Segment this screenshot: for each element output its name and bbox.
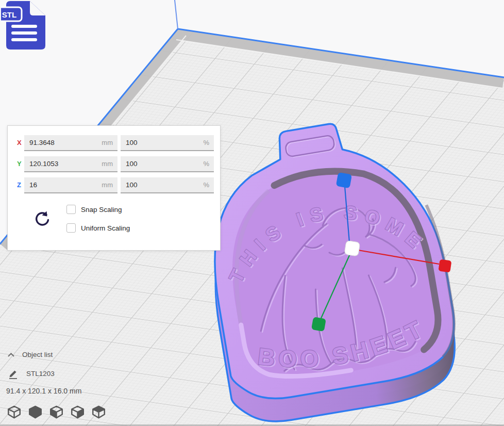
view-right-icon[interactable] xyxy=(92,405,106,419)
z-percent-field[interactable]: % xyxy=(121,177,214,193)
scale-row-y: Y mm % xyxy=(8,156,220,172)
doc-line-3 xyxy=(11,38,37,41)
chevron-up-icon xyxy=(7,352,15,357)
y-percent-field[interactable]: % xyxy=(121,156,214,172)
view-front-icon[interactable] xyxy=(28,405,42,419)
y-mm-unit: mm xyxy=(102,160,117,168)
pencil-edit-icon xyxy=(8,368,18,379)
z-mm-unit: mm xyxy=(102,181,117,189)
object-list-title: Object list xyxy=(22,351,53,358)
gizmo-z-handle[interactable] xyxy=(336,172,352,188)
y-percent-input[interactable] xyxy=(121,160,203,168)
build-volume-vertical-edge xyxy=(175,0,178,29)
x-mm-unit: mm xyxy=(102,139,117,146)
doc-line-1 xyxy=(11,25,37,28)
y-mm-field[interactable]: mm xyxy=(24,156,117,172)
z-percent-input[interactable] xyxy=(121,181,203,189)
z-axis-label: Z xyxy=(17,181,21,189)
gizmo-y-handle[interactable] xyxy=(311,317,326,332)
view-left-icon[interactable] xyxy=(71,405,85,419)
scale-row-x: X mm % xyxy=(8,135,220,151)
y-mm-input[interactable] xyxy=(24,160,102,168)
snap-scaling-label: Snap Scaling xyxy=(81,206,122,214)
x-percent-unit: % xyxy=(203,139,214,146)
object-list-item[interactable]: STL1203 xyxy=(8,368,55,379)
scale-row-z: Z mm % xyxy=(8,177,220,193)
scale-tool-panel: X mm % Y mm % Z mm xyxy=(7,125,221,251)
z-percent-unit: % xyxy=(203,181,214,189)
x-axis-label: X xyxy=(17,139,22,146)
camera-view-buttons xyxy=(7,405,106,419)
doc-line-2 xyxy=(11,31,37,35)
z-mm-field[interactable]: mm xyxy=(24,177,117,193)
gizmo-center-handle[interactable] xyxy=(344,240,360,256)
y-axis-label: Y xyxy=(17,160,22,168)
uniform-scaling-label: Uniform Scaling xyxy=(81,224,130,232)
x-percent-input[interactable] xyxy=(121,139,203,146)
z-mm-input[interactable] xyxy=(24,181,102,189)
snap-scaling-row: Snap Scaling xyxy=(66,204,122,215)
y-percent-unit: % xyxy=(203,160,214,168)
stl-badge-label: STL xyxy=(2,10,16,19)
view-top-icon[interactable] xyxy=(49,405,63,419)
snap-scaling-checkbox[interactable] xyxy=(66,205,76,214)
x-mm-field[interactable]: mm xyxy=(24,135,117,151)
stl-file-icon[interactable]: STL xyxy=(1,0,48,52)
x-mm-input[interactable] xyxy=(24,139,102,146)
reset-scale-button[interactable] xyxy=(32,210,51,228)
object-list-header[interactable]: Object list xyxy=(7,351,53,358)
document-fold-corner xyxy=(30,1,45,15)
uniform-scaling-row: Uniform Scaling xyxy=(66,223,130,233)
model-dimensions-label: 91.4 x 120.1 x 16.0 mm xyxy=(6,387,81,395)
uniform-scaling-checkbox[interactable] xyxy=(66,223,76,233)
object-list-item-name: STL1203 xyxy=(26,370,55,378)
cura-viewport: THIS IS SOME BOO SHEET THIS IS SOME BOO … xyxy=(0,0,504,426)
x-percent-field[interactable]: % xyxy=(121,135,214,151)
view-3d-icon[interactable] xyxy=(7,405,21,419)
gizmo-x-handle[interactable] xyxy=(438,259,451,273)
